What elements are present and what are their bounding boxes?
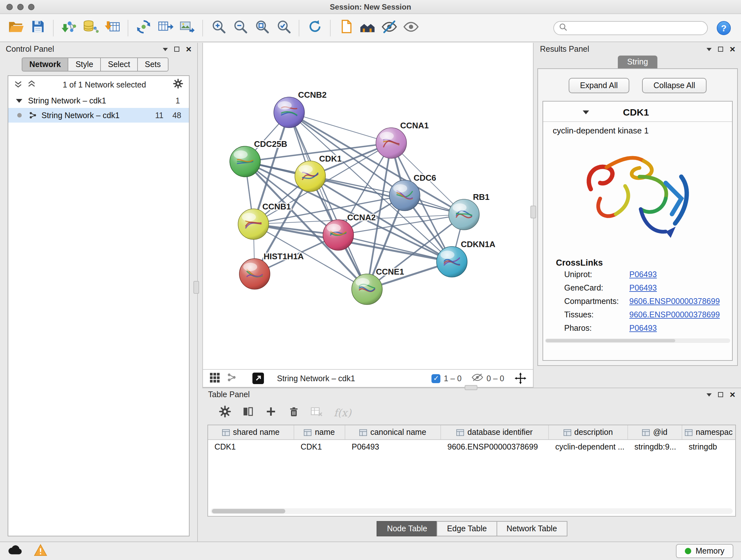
- cell-description[interactable]: cyclin-dependent ...: [549, 440, 628, 455]
- network-node[interactable]: CDC6: [389, 173, 436, 211]
- new-network-button[interactable]: [133, 17, 154, 39]
- cloud-icon[interactable]: [8, 545, 22, 557]
- export-image-button[interactable]: [176, 17, 198, 39]
- network-edge[interactable]: [289, 112, 391, 143]
- tab-style[interactable]: Style: [68, 57, 101, 71]
- panel-close-icon[interactable]: ×: [730, 45, 735, 53]
- delete-column-icon[interactable]: [288, 406, 299, 420]
- crosslink-link[interactable]: 9606.ENSP00000378699: [629, 297, 720, 306]
- apply-layout-button[interactable]: [304, 17, 326, 39]
- cell-id[interactable]: stringdb:9...: [628, 440, 682, 455]
- zoom-window-button[interactable]: [28, 3, 35, 10]
- network-row-selected[interactable]: String Network – cdk1 11 48: [8, 108, 189, 123]
- panel-float-icon[interactable]: [718, 47, 723, 52]
- tab-edge-table[interactable]: Edge Table: [437, 521, 497, 537]
- import-table-button[interactable]: [102, 17, 123, 39]
- zoom-fit-button[interactable]: [251, 17, 273, 39]
- show-visual-button[interactable]: [400, 17, 422, 39]
- crosslink-link[interactable]: P06493: [629, 323, 657, 332]
- network-node[interactable]: RB1: [449, 192, 489, 230]
- birdseye-toggle-icon[interactable]: [209, 372, 220, 385]
- collapse-all-icon[interactable]: [14, 79, 22, 90]
- column-header[interactable]: canonical name: [345, 425, 441, 439]
- gene-collapse-icon[interactable]: [583, 110, 589, 114]
- zoom-in-button[interactable]: [207, 17, 229, 39]
- import-network-from-database-button[interactable]: [80, 17, 102, 39]
- panel-float-icon[interactable]: [174, 47, 179, 52]
- search-input[interactable]: [570, 23, 702, 32]
- tab-sets[interactable]: Sets: [137, 57, 169, 71]
- import-network-from-file-button[interactable]: [58, 17, 80, 39]
- splitter-handle[interactable]: [465, 385, 477, 390]
- table-settings-gear-icon[interactable]: [219, 406, 231, 420]
- network-graph[interactable]: CCNB2CCNA1CDC25BCDK1CDC6RB1CCNB1CCNA2CDK…: [203, 43, 533, 369]
- network-canvas[interactable]: CCNB2CCNA1CDC25BCDK1CDC6RB1CCNB1CCNA2CDK…: [203, 43, 533, 369]
- tab-string[interactable]: String: [617, 56, 657, 68]
- network-node[interactable]: CDKN1A: [436, 240, 495, 277]
- panel-menu-icon[interactable]: [706, 393, 712, 396]
- network-node[interactable]: CCNB1: [238, 202, 291, 240]
- tree-expand-icon[interactable]: [16, 99, 22, 103]
- warning-icon[interactable]: [34, 544, 47, 558]
- table-row[interactable]: CDK1 CDK1 P06493 9606.ENSP00000378699 cy…: [208, 440, 735, 455]
- minimize-window-button[interactable]: [17, 3, 23, 10]
- zoom-out-button[interactable]: [229, 17, 251, 39]
- tab-network[interactable]: Network: [22, 57, 69, 71]
- save-session-button[interactable]: [27, 17, 49, 39]
- memory-button[interactable]: Memory: [676, 544, 733, 558]
- open-session-button[interactable]: [5, 17, 27, 39]
- cell-name[interactable]: CDK1: [294, 440, 345, 455]
- splitter-handle[interactable]: [530, 206, 536, 219]
- network-node[interactable]: CCNA1: [376, 121, 429, 159]
- string-style-icon[interactable]: [226, 372, 237, 384]
- export-table-button[interactable]: [154, 17, 176, 39]
- collapse-all-button[interactable]: Collapse All: [642, 78, 707, 93]
- network-node[interactable]: HIST1H1A: [239, 252, 304, 289]
- network-node[interactable]: CCNB2: [274, 90, 327, 128]
- scrollbar-thumb[interactable]: [212, 509, 285, 513]
- cell-namespace[interactable]: stringdb: [682, 440, 735, 455]
- crosslink-link[interactable]: P06493: [629, 270, 657, 279]
- selected-checkbox-icon[interactable]: ✓: [432, 374, 441, 383]
- network-edge[interactable]: [289, 112, 367, 289]
- homes-button[interactable]: [357, 17, 379, 39]
- column-header[interactable]: description: [549, 425, 628, 439]
- crosslink-link[interactable]: 9606.ENSP00000378699: [629, 310, 720, 319]
- close-window-button[interactable]: [6, 3, 13, 10]
- cell-shared-name[interactable]: CDK1: [208, 440, 294, 455]
- open-in-new-window-icon[interactable]: [252, 372, 264, 384]
- splitter-handle[interactable]: [193, 281, 199, 294]
- gear-icon[interactable]: [173, 78, 183, 91]
- tab-network-table[interactable]: Network Table: [496, 521, 567, 537]
- panel-close-icon[interactable]: ×: [186, 45, 192, 53]
- pan-move-icon[interactable]: [515, 372, 527, 384]
- table-hscrollbar[interactable]: [211, 508, 733, 514]
- add-column-icon[interactable]: [265, 406, 277, 420]
- tab-node-table[interactable]: Node Table: [377, 521, 437, 537]
- network-collection-row[interactable]: String Network – cdk1 1: [8, 93, 189, 108]
- column-header[interactable]: shared name: [208, 425, 294, 439]
- results-hscrollbar[interactable]: [545, 338, 730, 343]
- cell-database-identifier[interactable]: 9606.ENSP00000378699: [441, 440, 549, 455]
- panel-float-icon[interactable]: [718, 392, 723, 397]
- panel-menu-icon[interactable]: [163, 48, 168, 51]
- panel-close-icon[interactable]: ×: [730, 391, 735, 398]
- column-header[interactable]: database identifier: [441, 425, 549, 439]
- panel-menu-icon[interactable]: [706, 48, 712, 51]
- network-node[interactable]: CDK1: [295, 154, 342, 192]
- tab-select[interactable]: Select: [100, 57, 138, 71]
- expand-all-icon[interactable]: [27, 79, 36, 90]
- zoom-selected-button[interactable]: [273, 17, 294, 39]
- help-button[interactable]: ?: [717, 21, 731, 35]
- expand-all-button[interactable]: Expand All: [569, 78, 629, 93]
- hide-visual-button[interactable]: [379, 17, 400, 39]
- column-header[interactable]: @id: [628, 425, 682, 439]
- crosslink-link[interactable]: P06493: [629, 283, 657, 292]
- column-header[interactable]: namespac: [682, 425, 735, 439]
- select-columns-icon[interactable]: [242, 406, 254, 420]
- document-button[interactable]: [335, 17, 357, 39]
- toolbar-search[interactable]: [553, 21, 708, 35]
- column-header[interactable]: name: [294, 425, 345, 439]
- hidden-eye-icon[interactable]: [472, 373, 483, 384]
- cell-canonical-name[interactable]: P06493: [345, 440, 441, 455]
